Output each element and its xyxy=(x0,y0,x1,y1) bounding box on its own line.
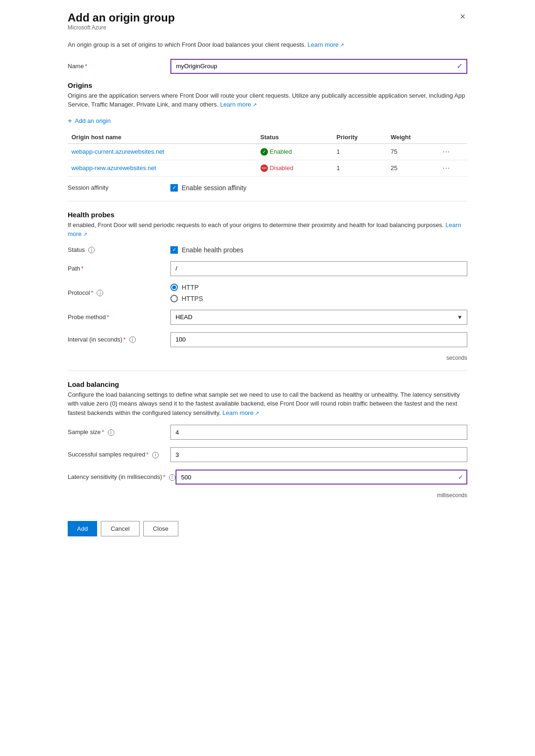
origin-host-2: webapp-new.azurewebsites.net xyxy=(68,160,257,176)
interval-input[interactable] xyxy=(170,332,467,347)
latency-row: Latency sensitivity (in milliseconds)* i… xyxy=(68,470,467,485)
table-row: webapp-new.azurewebsites.net Disabled 1 … xyxy=(68,160,467,176)
load-balancing-section: Load balancing Configure the load balanc… xyxy=(68,380,467,499)
name-validated-check: ✓ xyxy=(457,62,463,71)
health-probes-path-label: Path* xyxy=(68,265,170,272)
health-probes-checkbox-label: Enable health probes xyxy=(182,246,243,254)
latency-suffix: milliseconds xyxy=(68,492,467,499)
origin-priority-1: 1 xyxy=(333,143,387,160)
add-origin-plus-icon: + xyxy=(68,117,72,125)
origins-description: Origins are the application servers wher… xyxy=(68,91,467,109)
col-weight: Weight xyxy=(387,131,439,144)
origin-priority-2: 1 xyxy=(333,160,387,176)
successful-samples-input[interactable] xyxy=(170,447,467,462)
section-divider-2 xyxy=(68,371,467,371)
health-probes-status-info-icon[interactable]: i xyxy=(88,247,95,253)
sample-size-input[interactable] xyxy=(170,425,467,440)
protocol-https-label: HTTPS xyxy=(182,295,203,302)
latency-input[interactable] xyxy=(176,470,467,485)
description-learn-more-link[interactable]: Learn more↗ xyxy=(308,41,344,48)
probe-method-select[interactable]: HEAD GET xyxy=(170,310,467,325)
panel-title: Add an origin group xyxy=(68,11,175,24)
health-probes-checkbox[interactable] xyxy=(170,246,178,254)
external-link-icon: ↗ xyxy=(340,41,344,49)
session-affinity-checkbox-row: Enable session affinity xyxy=(170,184,467,192)
health-probes-status-label: Status i xyxy=(68,246,170,254)
status-disabled-icon-2 xyxy=(260,164,268,172)
origin-host-link-2[interactable]: webapp-new.azurewebsites.net xyxy=(71,164,156,171)
interval-suffix: seconds xyxy=(68,355,467,361)
origin-host-link-1[interactable]: webapp-current.azurewebsites.net xyxy=(71,148,164,155)
health-probes-section: Health probes If enabled, Front Door wil… xyxy=(68,211,467,361)
protocol-http-row: HTTP xyxy=(170,284,467,291)
add-button[interactable]: Add xyxy=(68,521,97,536)
footer-buttons: Add Cancel Close xyxy=(68,514,467,536)
add-origin-label: Add an origin xyxy=(75,117,111,124)
successful-samples-input-wrapper xyxy=(170,447,467,462)
origin-weight-1: 75 xyxy=(387,143,439,160)
latency-field-wrapper: Latency sensitivity (in milliseconds)* i… xyxy=(68,470,467,499)
sample-size-info-icon[interactable]: i xyxy=(108,429,114,436)
session-affinity-row: Session affinity Enable session affinity xyxy=(68,184,467,192)
col-priority: Priority xyxy=(333,131,387,144)
health-probes-protocol-label: Protocol* i xyxy=(68,289,170,297)
latency-label: Latency sensitivity (in milliseconds)* i xyxy=(68,473,176,481)
sample-size-required-star: * xyxy=(102,428,104,435)
session-affinity-checkbox[interactable] xyxy=(170,184,178,192)
origins-learn-more-link[interactable]: Learn more↗ xyxy=(220,101,256,108)
health-probes-external-icon: ↗ xyxy=(83,230,87,238)
latency-info-icon[interactable]: i xyxy=(169,474,176,481)
origins-external-link-icon: ↗ xyxy=(253,101,257,109)
load-balancing-learn-more-link[interactable]: Learn more↗ xyxy=(222,409,259,416)
health-probes-path-input-wrapper xyxy=(170,261,467,276)
name-input[interactable] xyxy=(170,59,467,74)
col-status: Status xyxy=(257,131,333,144)
section-divider-1 xyxy=(68,201,467,201)
health-probes-checkbox-row: Enable health probes xyxy=(170,246,467,254)
protocol-required-star: * xyxy=(91,289,93,296)
table-row: webapp-current.azurewebsites.net Enabled… xyxy=(68,143,467,160)
health-probes-path-input[interactable] xyxy=(170,261,467,276)
latency-input-wrapper: ✓ xyxy=(176,470,467,485)
col-actions xyxy=(439,131,467,144)
origins-section: Origins Origins are the application serv… xyxy=(68,81,467,177)
panel-description: An origin group is a set of origins to w… xyxy=(68,40,467,50)
close-button[interactable]: Close xyxy=(143,521,178,536)
protocol-radio-group: HTTP HTTPS xyxy=(170,284,467,302)
health-probes-status-row: Status i Enable health probes xyxy=(68,246,467,254)
origin-weight-2: 25 xyxy=(387,160,439,176)
probe-method-required-star: * xyxy=(107,314,109,321)
panel-subtitle: Microsoft Azure xyxy=(68,24,175,31)
protocol-info-icon[interactable]: i xyxy=(97,290,103,296)
protocol-https-row: HTTPS xyxy=(170,295,467,302)
protocol-http-radio[interactable] xyxy=(170,284,178,291)
origin-status-2: Disabled xyxy=(257,160,333,176)
close-icon[interactable]: × xyxy=(458,11,467,22)
health-probes-protocol-row: Protocol* i HTTP HTTPS xyxy=(68,284,467,302)
cancel-button[interactable]: Cancel xyxy=(101,521,139,536)
health-probes-description: If enabled, Front Door will send periodi… xyxy=(68,221,467,239)
load-balancing-title: Load balancing xyxy=(68,380,467,388)
health-probes-protocol-input: HTTP HTTPS xyxy=(170,284,467,302)
origin-row-menu-1[interactable]: ··· xyxy=(443,148,450,156)
probe-method-select-container: HEAD GET ▼ xyxy=(170,310,467,325)
health-probes-path-row: Path* xyxy=(68,261,467,276)
latency-validated-check: ✓ xyxy=(458,473,464,481)
successful-samples-row: Successful samples required* i xyxy=(68,447,467,462)
origin-host-1: webapp-current.azurewebsites.net xyxy=(68,143,257,160)
probe-method-select-wrapper: HEAD GET ▼ xyxy=(170,310,467,325)
status-enabled-icon-1 xyxy=(260,148,268,156)
protocol-https-radio[interactable] xyxy=(170,295,178,302)
successful-samples-info-icon[interactable]: i xyxy=(152,452,159,458)
session-affinity-label: Session affinity xyxy=(68,184,170,191)
origin-row-menu-2[interactable]: ··· xyxy=(443,164,450,172)
add-origin-button[interactable]: + Add an origin xyxy=(68,117,111,125)
name-label: Name* xyxy=(68,63,170,70)
status-label-2: Disabled xyxy=(270,164,294,171)
protocol-http-label: HTTP xyxy=(182,284,199,291)
health-probes-title: Health probes xyxy=(68,211,467,219)
interval-row: Interval (in seconds)* i xyxy=(68,332,467,347)
origins-table: Origin host name Status Priority Weight … xyxy=(68,131,467,177)
interval-info-icon[interactable]: i xyxy=(129,336,136,343)
load-balancing-external-icon: ↗ xyxy=(255,409,259,417)
